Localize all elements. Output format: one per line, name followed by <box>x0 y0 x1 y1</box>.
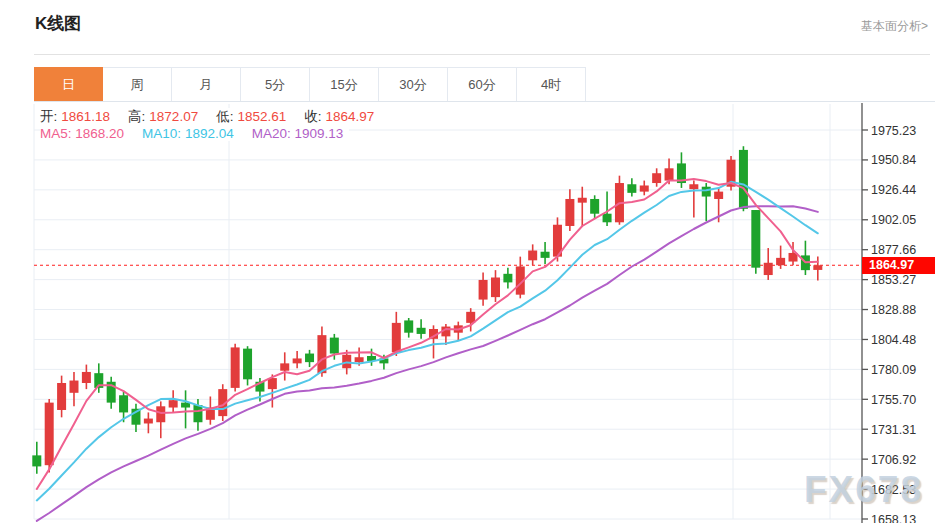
last-price-badge: 1864.97 <box>862 257 935 274</box>
close-label: 收: <box>304 109 321 124</box>
high-label: 高: <box>128 109 145 124</box>
candle <box>702 187 711 197</box>
candle <box>243 349 252 380</box>
candle <box>578 198 587 203</box>
tab-interval-5[interactable]: 30分 <box>379 67 448 101</box>
candlestick-chart[interactable]: 1975.231950.841926.441902.051877.661853.… <box>0 101 935 523</box>
tab-interval-0[interactable]: 日 <box>34 67 103 101</box>
candle <box>231 347 240 387</box>
candle <box>45 403 54 466</box>
low-value: 1852.61 <box>237 109 286 124</box>
candle <box>466 312 475 323</box>
y-axis-label: 1975.23 <box>871 124 916 138</box>
candle <box>392 323 401 352</box>
candle <box>627 184 636 193</box>
y-axis-label: 1877.66 <box>871 243 916 257</box>
y-axis-label: 1658.13 <box>871 513 916 523</box>
candle <box>69 381 78 393</box>
candle <box>652 173 661 183</box>
candle <box>776 258 785 265</box>
candle <box>714 192 723 199</box>
candle <box>330 338 339 354</box>
y-axis-label: 1755.70 <box>871 393 916 407</box>
tab-interval-3[interactable]: 5分 <box>241 67 310 101</box>
candle <box>764 263 773 275</box>
y-axis-label: 1804.48 <box>871 333 916 347</box>
tab-interval-1[interactable]: 周 <box>103 67 172 101</box>
y-axis-label: 1902.05 <box>871 213 916 227</box>
candle <box>268 378 277 389</box>
y-axis-label: 1926.44 <box>871 183 916 197</box>
open-label: 开: <box>40 109 57 124</box>
interval-tabbar: 日周月5分15分30分60分4时 <box>34 67 935 102</box>
candle <box>355 357 364 362</box>
candle <box>640 185 649 191</box>
candle <box>689 184 698 189</box>
candle <box>82 372 91 383</box>
candle <box>280 363 289 370</box>
chart-canvas: 1975.231950.841926.441902.051877.661853.… <box>0 101 935 523</box>
y-axis-label: 1950.84 <box>871 153 916 167</box>
close-value: 1864.97 <box>326 109 375 124</box>
page-title: K线图 <box>35 12 81 35</box>
candle <box>665 168 674 180</box>
tab-interval-2[interactable]: 月 <box>172 67 241 101</box>
candle <box>32 455 41 466</box>
candle <box>739 150 748 209</box>
ma5-legend: MA5: 1868.20 <box>40 126 124 141</box>
candle <box>119 395 128 412</box>
candle <box>417 328 426 334</box>
y-axis-label: 1853.27 <box>871 273 916 287</box>
candle <box>603 214 612 223</box>
tab-interval-4[interactable]: 15分 <box>310 67 379 101</box>
ma20-line <box>37 206 818 521</box>
candle <box>528 251 537 261</box>
candle <box>57 383 66 410</box>
tab-interval-6[interactable]: 60分 <box>448 67 517 101</box>
y-axis-label: 1706.92 <box>871 453 916 467</box>
open-value: 1861.18 <box>61 109 110 124</box>
candle <box>503 274 512 283</box>
high-value: 1872.07 <box>149 109 198 124</box>
kline-page: K线图 基本面分析> 日周月5分15分30分60分4时 1975.231950.… <box>0 0 935 523</box>
tab-interval-7[interactable]: 4时 <box>517 67 586 101</box>
candle <box>565 199 574 226</box>
low-label: 低: <box>216 109 233 124</box>
candle <box>590 199 599 214</box>
ma-legend: MA5: 1868.20MA10: 1892.04MA20: 1909.13 <box>40 126 349 141</box>
fundamental-analysis-link[interactable]: 基本面分析> <box>861 18 928 35</box>
y-axis-label: 1682.53 <box>871 483 916 497</box>
candle <box>491 277 500 297</box>
candle <box>305 354 314 363</box>
candle <box>156 406 165 422</box>
candle <box>193 405 202 422</box>
y-axis-label: 1828.88 <box>871 303 916 317</box>
candle <box>317 335 326 373</box>
candle <box>169 400 178 407</box>
candle <box>751 210 760 268</box>
candle <box>541 252 550 258</box>
candle <box>144 419 153 424</box>
candle <box>813 265 822 270</box>
candle <box>479 280 488 300</box>
title-divider <box>34 54 930 55</box>
candle <box>293 358 302 363</box>
y-axis-label: 1780.09 <box>871 363 916 377</box>
candle <box>404 320 413 332</box>
ohlc-readout: 开:1861.18高:1872.07低:1852.61收:1864.97 <box>40 108 398 126</box>
ma20-legend: MA20: 1909.13 <box>252 126 344 141</box>
y-axis-label: 1731.31 <box>871 423 916 437</box>
ma10-legend: MA10: 1892.04 <box>142 126 234 141</box>
